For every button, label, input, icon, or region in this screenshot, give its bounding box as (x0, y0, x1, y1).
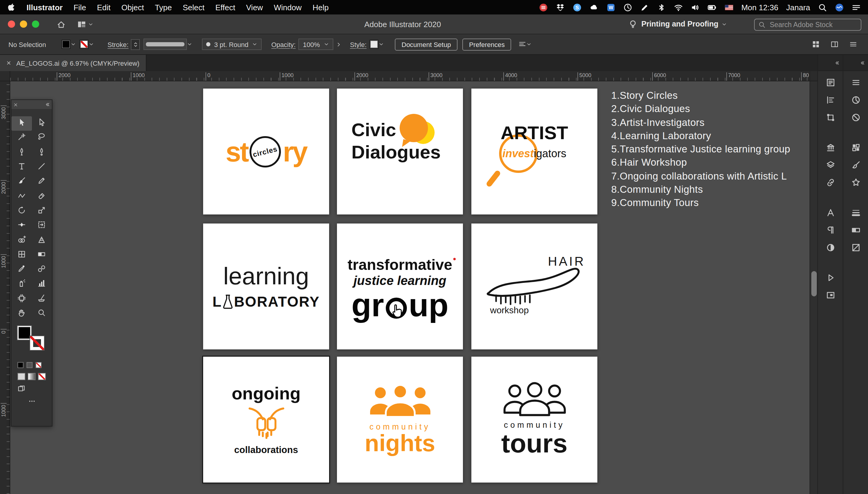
menu-object[interactable]: Object (122, 3, 144, 12)
none-button[interactable] (38, 373, 46, 380)
scrollbar-thumb[interactable] (811, 271, 817, 297)
menu-type[interactable]: Type (155, 3, 172, 12)
word-icon[interactable]: W (606, 3, 615, 12)
artboard-ongoing-collaborations[interactable]: ongoing collaborations (203, 357, 329, 482)
tool-blend[interactable] (32, 263, 52, 278)
collapse-panel-icon[interactable] (44, 102, 50, 107)
panel-opacity[interactable] (818, 240, 843, 257)
tool-pencil[interactable] (32, 175, 52, 189)
panel-actions[interactable] (818, 270, 843, 287)
onedrive-icon[interactable] (590, 3, 598, 12)
vertical-scrollbar[interactable] (810, 81, 817, 494)
dropbox-icon[interactable] (556, 3, 565, 12)
tool-pen[interactable] (12, 146, 32, 160)
style-label[interactable]: Style: (350, 41, 367, 48)
tool-line[interactable] (32, 160, 52, 175)
menubar-clock[interactable]: Mon 12:36 (741, 3, 778, 12)
artboard-hair-workshop[interactable]: HAIR workshop (472, 224, 597, 349)
tool-slice[interactable] (32, 292, 52, 307)
panel-libraries[interactable] (818, 140, 843, 157)
battery-icon[interactable] (708, 3, 717, 12)
panel-swatches[interactable] (843, 140, 868, 157)
tool-magic-wand[interactable] (12, 131, 32, 146)
panel-character[interactable] (818, 205, 843, 222)
align-options-icon[interactable] (519, 40, 527, 48)
panel-menu[interactable] (843, 75, 868, 92)
tool-eraser[interactable] (32, 189, 52, 204)
tool-scale[interactable] (32, 204, 52, 219)
default-fill-swatch[interactable] (17, 362, 23, 368)
tool-direct-selection[interactable] (32, 116, 52, 131)
menu-view[interactable]: View (246, 3, 263, 12)
screen-mode-icon[interactable] (17, 385, 52, 393)
tool-type[interactable] (12, 160, 32, 175)
discover-icon[interactable] (628, 19, 638, 29)
artboard-story-circles[interactable]: st circles ry (203, 89, 329, 214)
tool-eyedropper[interactable] (12, 263, 32, 278)
adobe-stock-search[interactable] (754, 19, 861, 31)
menu-select[interactable]: Select (183, 3, 204, 12)
panel-color[interactable] (843, 92, 868, 110)
fill-swatch[interactable] (17, 326, 31, 340)
spotlight-icon[interactable] (818, 3, 827, 12)
siri-icon[interactable] (835, 3, 844, 12)
artboard-artist-investigators[interactable]: ARTIST investigators (472, 89, 597, 214)
panel-links[interactable] (818, 175, 843, 192)
tool-perspective-grid[interactable] (32, 233, 52, 248)
apple-icon[interactable] (7, 3, 16, 12)
stroke-variable-width-dropdown[interactable] (144, 39, 187, 50)
artboard-transformative-justice[interactable]: transformative justice learning gr up (337, 224, 463, 349)
gradient-button[interactable] (28, 373, 36, 380)
chevron-down-icon[interactable] (187, 42, 192, 47)
chevron-down-icon[interactable] (71, 42, 76, 47)
document-layout-icon[interactable] (831, 40, 838, 48)
color-button[interactable] (17, 373, 25, 380)
skype-icon[interactable]: S (573, 3, 582, 12)
tool-free-transform[interactable] (32, 219, 52, 233)
tool-hand[interactable] (12, 307, 32, 321)
panel-brushes[interactable] (843, 157, 868, 175)
panel-transform[interactable] (818, 110, 843, 127)
panel-paragraph[interactable] (818, 222, 843, 240)
menu-file[interactable]: File (74, 3, 86, 12)
stroke-weight-stepper[interactable] (131, 39, 140, 50)
tool-gradient[interactable] (32, 248, 52, 263)
panel-properties[interactable] (818, 75, 843, 92)
panel-stroke[interactable] (843, 205, 868, 222)
tool-zoom[interactable] (32, 307, 52, 321)
wifi-icon[interactable] (674, 3, 683, 12)
tool-shape-builder[interactable] (12, 233, 32, 248)
us-flag-icon[interactable] (724, 3, 734, 12)
stroke-swatch[interactable] (30, 336, 44, 350)
expand-panels-icon[interactable] (834, 60, 840, 65)
swap-swatch[interactable] (26, 362, 33, 368)
tool-paintbrush[interactable] (12, 175, 32, 189)
panel-symbols[interactable] (843, 175, 868, 192)
search-input[interactable] (769, 20, 857, 29)
volume-icon[interactable] (691, 3, 700, 12)
tool-artboard[interactable] (12, 292, 32, 307)
artboard-learning-laboratory[interactable]: learning L BORATORY (203, 224, 329, 349)
fill-color-swatch[interactable] (62, 40, 71, 49)
document-setup-button[interactable]: Document Setup (395, 38, 458, 50)
stroke-color-swatch[interactable] (80, 40, 89, 49)
panel-align[interactable] (818, 92, 843, 110)
pencil-status-icon[interactable] (640, 3, 649, 12)
document-tab[interactable]: AE_LOGOS.ai @ 6.97% (CMYK/Preview) (0, 55, 146, 71)
panel-layers[interactable] (818, 157, 843, 175)
tool-column-graph[interactable] (32, 278, 52, 292)
tool-curvature[interactable] (32, 146, 52, 160)
chevron-down-icon[interactable] (378, 42, 384, 47)
tool-lasso[interactable] (32, 131, 52, 146)
artboard-community-tours[interactable]: community tours (472, 357, 597, 482)
notification-icon[interactable] (852, 3, 861, 12)
panel-transparency[interactable] (843, 240, 868, 257)
none-swatch[interactable] (36, 362, 42, 368)
close-panel-icon[interactable] (13, 102, 18, 107)
tool-mesh[interactable] (12, 248, 32, 263)
stroke-weight-label[interactable]: Stroke: (108, 41, 129, 48)
edit-toolbar-icon[interactable] (28, 398, 35, 405)
tool-rotate[interactable] (12, 204, 32, 219)
artboard-civic-dialogues[interactable]: Civic Dialogues (337, 89, 463, 214)
panel-navigator[interactable] (818, 287, 843, 305)
